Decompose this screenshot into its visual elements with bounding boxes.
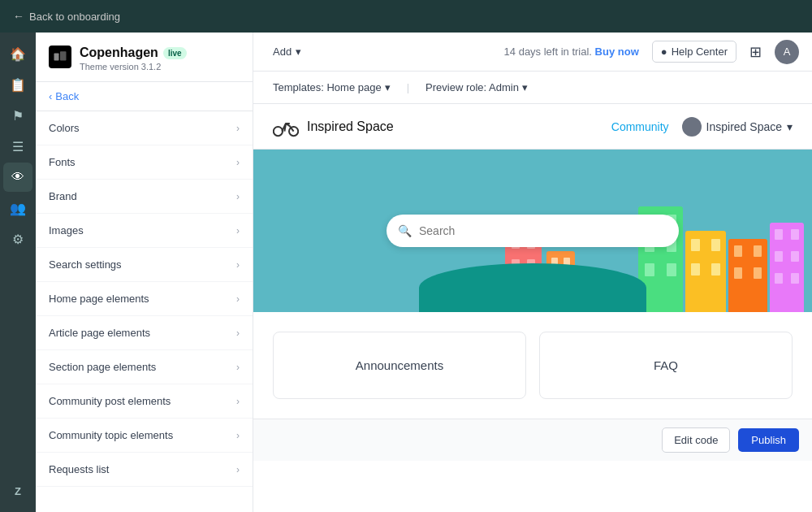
- menu-item-requests-list[interactable]: Requests list ›: [36, 453, 253, 487]
- inspired-space-dropdown[interactable]: Inspired Space ▾: [682, 117, 793, 137]
- menu-item-community-topic-label: Community topic elements: [49, 429, 173, 441]
- images-chevron-icon: ›: [236, 225, 240, 236]
- menu-item-section-page-label: Section page elements: [49, 361, 156, 373]
- faq-card[interactable]: FAQ: [539, 332, 793, 399]
- nav-eye-icon[interactable]: 👁: [3, 163, 32, 192]
- add-button[interactable]: Add ▾: [266, 46, 308, 58]
- live-badge: live: [163, 47, 187, 59]
- fonts-chevron-icon: ›: [236, 157, 240, 168]
- templates-label: Templates: Home page: [273, 81, 382, 93]
- menu-item-community-topic-elements[interactable]: Community topic elements ›: [36, 419, 253, 453]
- preview-role-dropdown[interactable]: Preview role: Admin ▾: [419, 78, 534, 97]
- menu-item-home-page-elements[interactable]: Home page elements ›: [36, 282, 253, 316]
- buy-now-link[interactable]: Buy now: [595, 46, 639, 58]
- toolbar-left: Add ▾: [266, 46, 308, 58]
- preview-separator: |: [407, 81, 409, 93]
- theme-logo: [49, 46, 71, 68]
- menu-item-brand[interactable]: Brand ›: [36, 180, 253, 214]
- help-center-button[interactable]: ● Help Center: [652, 41, 736, 63]
- svg-point-2: [274, 127, 283, 136]
- menu-item-search-settings-label: Search settings: [49, 258, 122, 271]
- search-input[interactable]: [387, 215, 679, 247]
- preview-frame: Inspired Space Community Inspired Space …: [253, 104, 812, 512]
- edit-code-button[interactable]: Edit code: [662, 427, 730, 453]
- theme-version: Theme version 3.1.2: [80, 62, 240, 72]
- trial-text: 14 days left in trial. Buy now: [504, 46, 639, 58]
- requests-chevron-icon: ›: [236, 464, 240, 475]
- search-bar-container: 🔍: [387, 215, 679, 247]
- menu-item-community-post-elements[interactable]: Community post elements ›: [36, 384, 253, 419]
- search-icon: 🔍: [398, 224, 412, 237]
- nav-book-icon[interactable]: 📋: [3, 70, 32, 99]
- menu-item-article-page-elements[interactable]: Article page elements ›: [36, 316, 253, 350]
- colors-chevron-icon: ›: [236, 123, 240, 134]
- preview-role-label: Preview role: Admin: [425, 81, 519, 93]
- back-link[interactable]: ‹ Back: [36, 82, 253, 111]
- back-to-onboarding-link[interactable]: ← Back to onboarding: [13, 10, 120, 23]
- back-chevron-icon: ‹: [49, 90, 52, 102]
- brand-chevron-icon: ›: [236, 191, 240, 202]
- menu-item-images-label: Images: [49, 224, 84, 236]
- buildings-illustration: [253, 182, 812, 312]
- menu-item-fonts-label: Fonts: [49, 156, 76, 168]
- menu-item-requests-label: Requests list: [49, 463, 109, 475]
- menu-item-colors-label: Colors: [49, 122, 80, 134]
- theme-info: Copenhagen live Theme version 3.1.2: [80, 46, 240, 72]
- menu-item-brand-label: Brand: [49, 190, 77, 202]
- search-settings-chevron-icon: ›: [236, 259, 240, 271]
- bottom-actions: Edit code Publish: [253, 419, 812, 461]
- menu-item-fonts[interactable]: Fonts ›: [36, 145, 253, 180]
- app-layout: 🏠 📋 ⚑ ☰ 👁 👥 ⚙ Z Copenhagen live Theme ve: [0, 33, 812, 512]
- help-icon: ●: [661, 46, 667, 58]
- main-content: Add ▾ 14 days left in trial. Buy now ● H…: [253, 33, 812, 512]
- home-chevron-icon: ›: [236, 293, 240, 305]
- community-link[interactable]: Community: [611, 120, 669, 133]
- inspired-space-label: Inspired Space: [706, 120, 782, 133]
- section-chevron-icon: ›: [236, 362, 240, 373]
- templates-dropdown[interactable]: Templates: Home page ▾: [266, 78, 397, 97]
- preview-nav: Inspired Space Community Inspired Space …: [253, 104, 812, 150]
- theme-name-row: Copenhagen live: [80, 46, 240, 60]
- nav-flag-icon[interactable]: ⚑: [3, 101, 32, 130]
- inspired-space-chevron-icon: ▾: [787, 120, 793, 133]
- menu-item-images[interactable]: Images ›: [36, 214, 253, 248]
- back-arrow-icon: ←: [13, 10, 24, 23]
- nav-settings-icon[interactable]: ⚙: [3, 224, 32, 254]
- categories-section: Announcements FAQ: [253, 312, 812, 419]
- faq-label: FAQ: [654, 358, 678, 372]
- announcements-card[interactable]: Announcements: [273, 332, 526, 399]
- preview-role-chevron-icon: ▾: [522, 81, 528, 93]
- brand-bike-icon: [273, 115, 299, 138]
- article-chevron-icon: ›: [236, 328, 240, 339]
- publish-button[interactable]: Publish: [738, 428, 799, 452]
- preview-toolbar: Templates: Home page ▾ | Preview role: A…: [253, 72, 812, 104]
- user-avatar[interactable]: A: [775, 40, 799, 64]
- back-to-onboarding-label: Back to onboarding: [29, 11, 120, 23]
- grid-icon[interactable]: ⊞: [749, 43, 762, 61]
- menu-item-article-page-label: Article page elements: [49, 327, 150, 339]
- hero-section: 🔍: [253, 150, 812, 312]
- icon-nav: 🏠 📋 ⚑ ☰ 👁 👥 ⚙ Z: [0, 33, 36, 512]
- menu-item-section-page-elements[interactable]: Section page elements ›: [36, 350, 253, 384]
- back-link-label: Back: [55, 90, 79, 102]
- menu-item-colors[interactable]: Colors ›: [36, 111, 253, 145]
- community-topic-chevron-icon: ›: [236, 430, 240, 441]
- preview-brand: Inspired Space: [273, 115, 394, 138]
- svg-rect-0: [54, 54, 59, 61]
- menu-item-search-settings[interactable]: Search settings ›: [36, 248, 253, 282]
- svg-rect-1: [60, 51, 67, 60]
- toolbar-right: 14 days left in trial. Buy now ● Help Ce…: [504, 40, 799, 64]
- add-chevron-icon: ▾: [296, 46, 301, 58]
- nav-zendesk-icon[interactable]: Z: [3, 476, 32, 505]
- nav-list-icon[interactable]: ☰: [3, 132, 32, 161]
- help-center-label: Help Center: [672, 46, 728, 58]
- menu-list: Colors › Fonts › Brand › Images › Search…: [36, 111, 253, 487]
- toolbar: Add ▾ 14 days left in trial. Buy now ● H…: [253, 33, 812, 72]
- nav-home-icon[interactable]: 🏠: [3, 39, 32, 68]
- preview-nav-right: Community Inspired Space ▾: [611, 117, 793, 137]
- menu-item-community-post-label: Community post elements: [49, 395, 171, 407]
- theme-header: Copenhagen live Theme version 3.1.2: [36, 33, 253, 82]
- settings-sidebar: Copenhagen live Theme version 3.1.2 ‹ Ba…: [36, 33, 253, 512]
- nav-users-icon[interactable]: 👥: [3, 193, 32, 223]
- templates-chevron-icon: ▾: [385, 81, 391, 93]
